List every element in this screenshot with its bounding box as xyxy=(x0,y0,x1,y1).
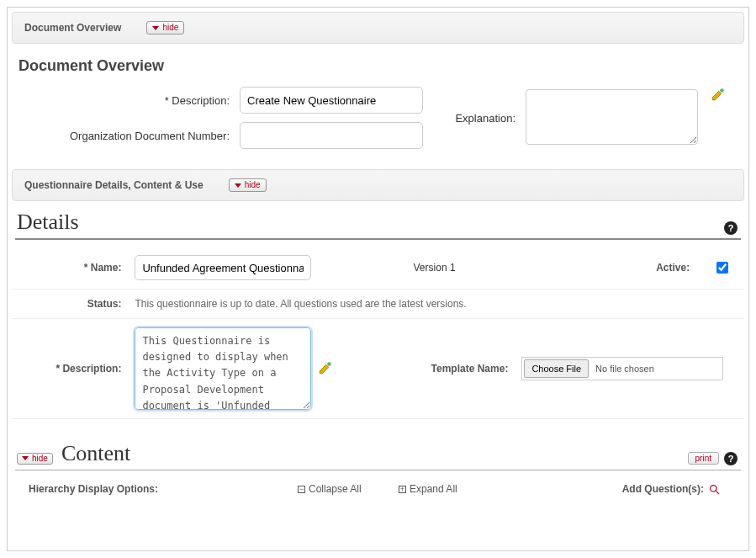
plus-icon: + xyxy=(399,486,406,493)
expand-all-link[interactable]: + Expand All xyxy=(399,483,567,495)
template-label: Template Name: xyxy=(354,319,515,419)
add-question-label: Add Question(s): xyxy=(567,483,707,495)
hide-details-button[interactable]: hide xyxy=(229,178,267,192)
print-button[interactable]: print xyxy=(688,452,719,465)
status-label: Status: xyxy=(12,290,128,319)
svg-line-3 xyxy=(716,491,719,494)
description-label: * Description: xyxy=(17,94,240,107)
active-label: Active: xyxy=(515,247,696,290)
orgdoc-input[interactable] xyxy=(240,122,423,149)
edit-explanation-icon[interactable] xyxy=(711,93,726,104)
orgdoc-label: Organization Document Number: xyxy=(17,130,240,142)
table-row: * Name: Version 1 Active: xyxy=(12,247,744,290)
hide-label: hide xyxy=(162,23,178,33)
hierarchy-options-row: Hierarchy Display Options: − Collapse Al… xyxy=(12,470,744,496)
chevron-down-icon xyxy=(22,456,29,460)
hide-overview-button[interactable]: hide xyxy=(146,21,184,35)
hide-content-button[interactable]: hide xyxy=(17,453,53,465)
help-icon[interactable]: ? xyxy=(724,452,737,465)
template-file-input[interactable]: Choose File No file chosen xyxy=(521,357,723,380)
table-row: * Description: Template Name: Choose Fil… xyxy=(12,319,744,419)
table-row: Status: This questionnaire is up to date… xyxy=(12,290,744,319)
explanation-label: Explanation: xyxy=(433,112,526,125)
choose-file-button[interactable]: Choose File xyxy=(524,359,589,378)
help-icon[interactable]: ? xyxy=(724,221,737,235)
version-label: Version 1 xyxy=(354,247,515,290)
document-overview-section-header: Document Overview hide xyxy=(12,12,744,44)
name-input[interactable] xyxy=(135,255,311,280)
hide-label: hide xyxy=(245,180,261,190)
overview-form: * Description: Explanation: Organization… xyxy=(12,87,744,157)
name-label: * Name: xyxy=(12,247,128,290)
svg-point-0 xyxy=(720,88,724,93)
svg-point-1 xyxy=(328,362,332,366)
edit-description-icon[interactable] xyxy=(318,360,333,378)
document-overview-heading: Document Overview xyxy=(19,57,737,75)
description-label: * Description: xyxy=(12,319,128,419)
content-heading: Content xyxy=(61,441,130,466)
chevron-down-icon xyxy=(152,26,159,30)
section-title: Questionnaire Details, Content & Use xyxy=(24,179,204,191)
description-textarea[interactable] xyxy=(135,327,311,410)
status-text: This questionnaire is up to date. All qu… xyxy=(128,290,744,319)
search-icon[interactable] xyxy=(707,482,721,496)
details-heading: Details xyxy=(17,210,739,235)
section-title: Document Overview xyxy=(24,22,121,34)
chevron-down-icon xyxy=(235,183,241,188)
minus-icon: − xyxy=(298,486,305,493)
svg-point-2 xyxy=(710,485,716,492)
hide-label: hide xyxy=(32,454,48,464)
details-table: * Name: Version 1 Active: Status: This q… xyxy=(12,247,744,419)
explanation-textarea[interactable] xyxy=(526,89,698,145)
collapse-all-link[interactable]: − Collapse All xyxy=(298,483,399,495)
details-divider: ? xyxy=(15,238,741,240)
questionnaire-details-section-header: Questionnaire Details, Content & Use hid… xyxy=(12,169,744,201)
active-checkbox[interactable] xyxy=(716,262,728,274)
content-divider: print ? xyxy=(15,470,741,470)
description-input[interactable] xyxy=(240,87,423,114)
file-status-text: No file chosen xyxy=(590,358,722,380)
hierarchy-label: Hierarchy Display Options: xyxy=(29,483,298,495)
